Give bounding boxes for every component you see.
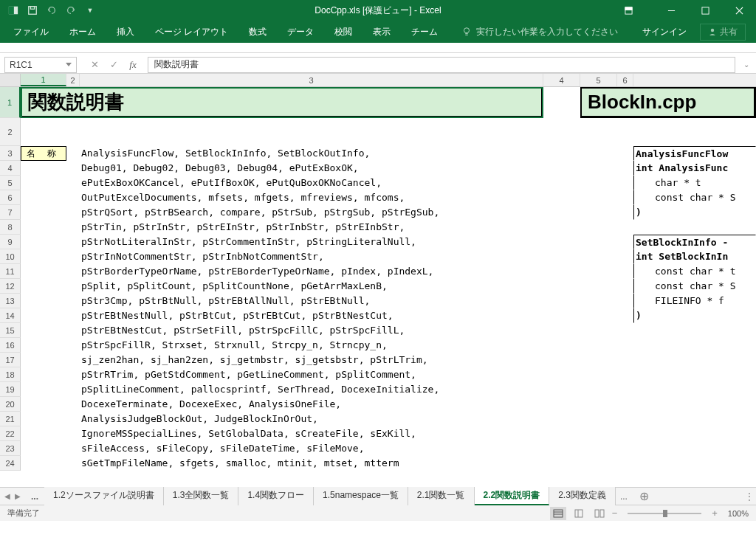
- cell[interactable]: [543, 264, 580, 279]
- cell[interactable]: [21, 249, 66, 264]
- cell[interactable]: [580, 353, 617, 367]
- close-button[interactable]: [722, 0, 756, 21]
- cell-content[interactable]: pStrSpcFillR, Strxset, Strxnull, Strcpy_…: [80, 338, 543, 353]
- cell[interactable]: [617, 426, 633, 441]
- cell[interactable]: [617, 190, 633, 205]
- cell[interactable]: [21, 426, 66, 441]
- cell[interactable]: [580, 397, 617, 412]
- cell[interactable]: [580, 146, 617, 161]
- name-box[interactable]: R1C1: [4, 57, 77, 73]
- cell-content[interactable]: OutPutExcelDocuments, mfsets, mfgets, mf…: [80, 190, 543, 205]
- cell[interactable]: [580, 426, 617, 441]
- cell[interactable]: [21, 308, 66, 323]
- cell[interactable]: [617, 146, 633, 161]
- cell[interactable]: [66, 382, 80, 397]
- row-header[interactable]: 5: [0, 176, 21, 190]
- cell[interactable]: [66, 338, 80, 353]
- cell[interactable]: [543, 456, 580, 471]
- cell[interactable]: [66, 264, 80, 279]
- sheet-tab[interactable]: 2.1関数一覧: [408, 487, 475, 505]
- row-header[interactable]: 3: [0, 146, 21, 161]
- right-code-cell[interactable]: AnalysisFuncFlow: [633, 146, 756, 161]
- tab-view[interactable]: 表示: [362, 21, 401, 43]
- redo-icon[interactable]: [62, 2, 80, 18]
- cell[interactable]: [66, 161, 80, 176]
- col-header-6[interactable]: 6: [617, 74, 633, 86]
- cell[interactable]: [66, 146, 80, 161]
- right-code-cell[interactable]: int AnalysisFunc: [633, 161, 756, 176]
- cell[interactable]: [80, 118, 543, 146]
- cell[interactable]: [21, 294, 66, 308]
- cell-content[interactable]: pStrEBtNestCut, pStrSetFill, pStrSpcFill…: [80, 323, 543, 338]
- right-code-cell[interactable]: [633, 382, 756, 397]
- cell[interactable]: [21, 338, 66, 353]
- cell[interactable]: [543, 338, 580, 353]
- expand-formula-bar-icon[interactable]: ⌄: [740, 60, 753, 69]
- cell[interactable]: [66, 441, 80, 456]
- cell-content[interactable]: sFileAccess, sFileCopy, sFileDateTime, s…: [80, 441, 543, 456]
- select-all-corner[interactable]: [0, 74, 21, 86]
- cell-content[interactable]: sGetTmpFileName, sfgets, smalloc, mtinit…: [80, 456, 543, 471]
- cell[interactable]: [543, 426, 580, 441]
- cell[interactable]: [543, 176, 580, 190]
- cell[interactable]: [543, 323, 580, 338]
- right-code-cell[interactable]: const char * S: [633, 279, 756, 294]
- row-header[interactable]: 8: [0, 220, 21, 235]
- name-label-cell[interactable]: 名 称: [21, 146, 66, 161]
- zoom-in-icon[interactable]: +: [712, 508, 718, 519]
- right-code-cell[interactable]: [633, 412, 756, 426]
- tab-team[interactable]: チーム: [401, 21, 448, 43]
- cell[interactable]: [580, 264, 617, 279]
- right-code-cell[interactable]: ): [633, 205, 756, 220]
- share-button[interactable]: 共有: [700, 24, 746, 41]
- row-header[interactable]: 22: [0, 426, 21, 441]
- cell[interactable]: [21, 456, 66, 471]
- cell[interactable]: [66, 456, 80, 471]
- normal-view-icon[interactable]: [550, 507, 566, 520]
- fx-icon[interactable]: fx: [124, 57, 142, 73]
- cell[interactable]: [617, 367, 633, 382]
- cell[interactable]: [21, 161, 66, 176]
- cell[interactable]: [580, 205, 617, 220]
- cell-content[interactable]: DocexeTerminate, DocexeExec, AnalysisOne…: [80, 397, 543, 412]
- tab-more-icon[interactable]: ...: [616, 491, 632, 502]
- cell[interactable]: [543, 205, 580, 220]
- cell[interactable]: [617, 220, 633, 235]
- maximize-button[interactable]: [688, 0, 722, 21]
- cell[interactable]: [66, 190, 80, 205]
- row-header[interactable]: 16: [0, 338, 21, 353]
- header-right[interactable]: BlockIn.cpp: [580, 87, 756, 118]
- zoom-level[interactable]: 100%: [728, 509, 749, 518]
- cell[interactable]: [617, 323, 633, 338]
- right-code-cell[interactable]: [633, 426, 756, 441]
- cell[interactable]: [617, 249, 633, 264]
- sheet-tab[interactable]: 2.3関数定義: [549, 487, 616, 505]
- cell[interactable]: [617, 294, 633, 308]
- cell[interactable]: [543, 397, 580, 412]
- cell[interactable]: [543, 220, 580, 235]
- row-header[interactable]: 15: [0, 323, 21, 338]
- col-header-1[interactable]: 1: [21, 74, 66, 86]
- cell[interactable]: [543, 441, 580, 456]
- cell[interactable]: [617, 441, 633, 456]
- row-header[interactable]: 4: [0, 161, 21, 176]
- right-code-cell[interactable]: [633, 441, 756, 456]
- cell[interactable]: [617, 279, 633, 294]
- row-header[interactable]: 6: [0, 190, 21, 205]
- cell[interactable]: [66, 176, 80, 190]
- cell[interactable]: [580, 190, 617, 205]
- cell[interactable]: [580, 176, 617, 190]
- cell[interactable]: [21, 323, 66, 338]
- cell[interactable]: [21, 176, 66, 190]
- col-header-4[interactable]: 4: [543, 74, 580, 86]
- right-code-cell[interactable]: [633, 220, 756, 235]
- cell-content[interactable]: sj_zen2han, sj_han2zen, sj_getmbstr, sj_…: [80, 353, 543, 367]
- cell[interactable]: [21, 382, 66, 397]
- row-header[interactable]: 20: [0, 397, 21, 412]
- tab-home[interactable]: ホーム: [59, 21, 106, 43]
- cell[interactable]: [617, 338, 633, 353]
- sheet-tab[interactable]: 1.3全関数一覧: [164, 487, 239, 505]
- tell-me-search[interactable]: 実行したい作業を入力してください: [461, 26, 618, 38]
- cell[interactable]: [66, 220, 80, 235]
- row-header[interactable]: 18: [0, 367, 21, 382]
